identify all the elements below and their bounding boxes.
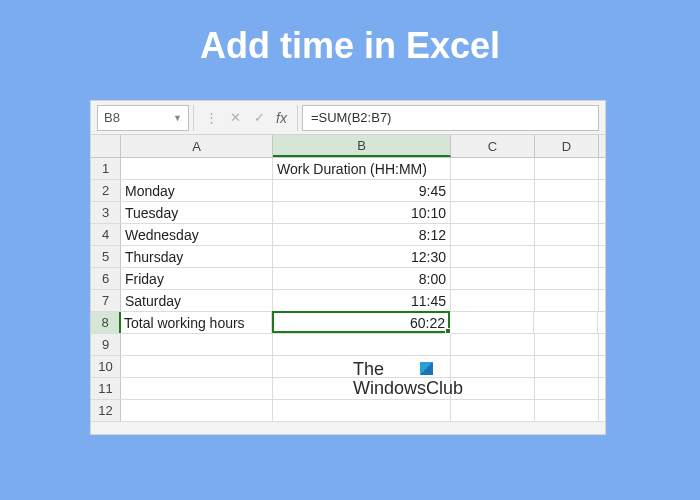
cell-D5[interactable] — [535, 246, 599, 267]
cell-C4[interactable] — [451, 224, 535, 245]
cell-reference: B8 — [104, 110, 120, 125]
select-all-corner[interactable] — [91, 135, 121, 157]
row-12: 12 — [91, 400, 605, 422]
watermark-logo: The WindowsClub — [353, 360, 463, 398]
cell-B4[interactable]: 8:12 — [273, 224, 451, 245]
cell-B9[interactable] — [273, 334, 451, 355]
cell-C1[interactable] — [451, 158, 535, 179]
cell-A2[interactable]: Monday — [121, 180, 273, 201]
row-header-4[interactable]: 4 — [91, 224, 121, 245]
excel-window: B8 ▼ ⋮ ✕ ✓ fx =SUM(B2:B7) A B C D 1 Work… — [90, 100, 606, 435]
spreadsheet-grid[interactable]: A B C D 1 Work Duration (HH:MM) 2 Monday… — [91, 135, 605, 422]
cell-A3[interactable]: Tuesday — [121, 202, 273, 223]
row-1: 1 Work Duration (HH:MM) — [91, 158, 605, 180]
cell-A10[interactable] — [121, 356, 273, 377]
history-icon[interactable]: ⋮ — [200, 110, 222, 125]
col-header-C[interactable]: C — [451, 135, 535, 157]
col-header-A[interactable]: A — [121, 135, 273, 157]
cell-A4[interactable]: Wednesday — [121, 224, 273, 245]
cancel-icon[interactable]: ✕ — [224, 110, 246, 125]
cell-B7[interactable]: 11:45 — [273, 290, 451, 311]
row-header-7[interactable]: 7 — [91, 290, 121, 311]
cell-D6[interactable] — [535, 268, 599, 289]
cell-D9[interactable] — [535, 334, 599, 355]
fx-icon[interactable]: fx — [272, 110, 291, 126]
col-header-B[interactable]: B — [273, 135, 451, 157]
cell-C5[interactable] — [451, 246, 535, 267]
row-header-12[interactable]: 12 — [91, 400, 121, 421]
cell-B6[interactable]: 8:00 — [273, 268, 451, 289]
row-10: 10 — [91, 356, 605, 378]
watermark-line2: WindowsClub — [353, 378, 463, 398]
cell-A9[interactable] — [121, 334, 273, 355]
row-7: 7 Saturday 11:45 — [91, 290, 605, 312]
col-header-D[interactable]: D — [535, 135, 599, 157]
formula-bar: B8 ▼ ⋮ ✕ ✓ fx =SUM(B2:B7) — [91, 101, 605, 135]
cell-D10[interactable] — [535, 356, 599, 377]
row-3: 3 Tuesday 10:10 — [91, 202, 605, 224]
row-header-1[interactable]: 1 — [91, 158, 121, 179]
row-header-5[interactable]: 5 — [91, 246, 121, 267]
row-5: 5 Thursday 12:30 — [91, 246, 605, 268]
cell-D4[interactable] — [535, 224, 599, 245]
cell-A7[interactable]: Saturday — [121, 290, 273, 311]
cell-D12[interactable] — [535, 400, 599, 421]
name-box[interactable]: B8 ▼ — [97, 105, 189, 131]
cell-C3[interactable] — [451, 202, 535, 223]
cell-B2[interactable]: 9:45 — [273, 180, 451, 201]
cell-A11[interactable] — [121, 378, 273, 399]
cell-D8[interactable] — [534, 312, 598, 333]
cell-C7[interactable] — [451, 290, 535, 311]
cell-C2[interactable] — [451, 180, 535, 201]
row-header-8[interactable]: 8 — [91, 312, 121, 333]
formula-input[interactable]: =SUM(B2:B7) — [302, 105, 599, 131]
cell-A6[interactable]: Friday — [121, 268, 273, 289]
row-11: 11 — [91, 378, 605, 400]
row-4: 4 Wednesday 8:12 — [91, 224, 605, 246]
cell-A1[interactable] — [121, 158, 273, 179]
row-6: 6 Friday 8:00 — [91, 268, 605, 290]
cell-A12[interactable] — [121, 400, 273, 421]
cell-C11[interactable] — [451, 378, 535, 399]
cell-D2[interactable] — [535, 180, 599, 201]
cell-C9[interactable] — [451, 334, 535, 355]
cell-C12[interactable] — [451, 400, 535, 421]
cell-D7[interactable] — [535, 290, 599, 311]
row-8: 8 Total working hours 60:22 — [91, 312, 605, 334]
column-header-row: A B C D — [91, 135, 605, 158]
cell-D11[interactable] — [535, 378, 599, 399]
cell-A5[interactable]: Thursday — [121, 246, 273, 267]
row-header-2[interactable]: 2 — [91, 180, 121, 201]
row-header-3[interactable]: 3 — [91, 202, 121, 223]
cell-A8[interactable]: Total working hours — [120, 312, 272, 333]
cell-C6[interactable] — [451, 268, 535, 289]
row-header-11[interactable]: 11 — [91, 378, 121, 399]
cell-B12[interactable] — [273, 400, 451, 421]
row-9: 9 — [91, 334, 605, 356]
cell-B3[interactable]: 10:10 — [273, 202, 451, 223]
formula-buttons: ⋮ ✕ ✓ fx — [193, 105, 298, 131]
cell-B8[interactable]: 60:22 — [272, 312, 450, 333]
cell-D3[interactable] — [535, 202, 599, 223]
cell-B5[interactable]: 12:30 — [273, 246, 451, 267]
row-header-9[interactable]: 9 — [91, 334, 121, 355]
cell-D1[interactable] — [535, 158, 599, 179]
row-header-10[interactable]: 10 — [91, 356, 121, 377]
watermark-accent-icon — [420, 362, 433, 375]
row-header-6[interactable]: 6 — [91, 268, 121, 289]
row-2: 2 Monday 9:45 — [91, 180, 605, 202]
cell-C8[interactable] — [450, 312, 534, 333]
cell-C10[interactable] — [451, 356, 535, 377]
cell-B1[interactable]: Work Duration (HH:MM) — [273, 158, 451, 179]
confirm-icon[interactable]: ✓ — [248, 110, 270, 125]
dropdown-icon[interactable]: ▼ — [173, 113, 182, 123]
page-title: Add time in Excel — [0, 0, 700, 87]
watermark-line1: The — [353, 359, 384, 379]
